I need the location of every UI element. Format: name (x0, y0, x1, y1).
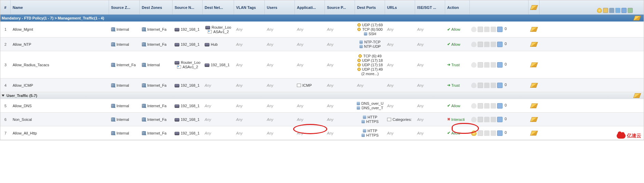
dstport-value: SSH (369, 32, 376, 36)
action-trust: Trust (447, 83, 460, 87)
folder-icon[interactable] (615, 8, 620, 13)
dstzone-value: Internet_Fa (147, 131, 166, 135)
zone-icon (111, 104, 115, 108)
shield-icon[interactable] (597, 8, 602, 13)
table-row[interactable]: 3 Allow_Radius_Tacacs Internet_Fa Intern… (0, 51, 644, 79)
header-app[interactable]: Applicati... (295, 0, 325, 14)
intrusion-icon[interactable] (471, 27, 477, 32)
zone-icon (111, 63, 115, 67)
srczone-value: Internal (117, 104, 129, 108)
table-row[interactable]: 6 Non_Soical Internal Internet_Fa 192_16… (0, 113, 644, 126)
header-dstzone[interactable]: Dest Zones (140, 0, 173, 14)
files-icon[interactable] (478, 42, 483, 47)
header-urls[interactable]: URLs (385, 0, 415, 14)
safesearch-icon[interactable] (484, 117, 490, 122)
log-icon[interactable] (621, 8, 627, 13)
dstport-value: NTP-TCP (364, 40, 381, 44)
table-row[interactable]: 7 Allow_All_Http Internal Internet_Fa 19… (0, 126, 644, 140)
header-vlan[interactable]: VLAN Tags (234, 0, 265, 14)
any-value: Any (267, 83, 273, 87)
table-row[interactable]: 1 Allow_Mgmt Internal Internet_Fa 192_16… (0, 22, 644, 38)
safesearch-icon[interactable] (484, 83, 490, 88)
comment-icon[interactable] (628, 8, 633, 13)
header-srcnet[interactable]: Source N... (173, 0, 203, 14)
zone-icon (142, 27, 146, 31)
log-icon[interactable] (497, 83, 503, 88)
user-icon[interactable] (609, 8, 614, 13)
files-icon[interactable] (478, 62, 483, 68)
safesearch-icon[interactable] (484, 27, 490, 32)
edit-rule-button[interactable] (529, 79, 539, 92)
table-row[interactable]: 5 Allow_DNS Internal Internet_Fa 192_168… (0, 99, 644, 113)
identity-icon[interactable] (491, 42, 496, 47)
section-user-traffic[interactable]: User_Traffic (5-7) (0, 92, 644, 99)
log-icon[interactable] (497, 27, 503, 32)
files-icon[interactable] (603, 8, 608, 13)
any-value: Any (417, 117, 424, 122)
any-value: Any (297, 42, 303, 46)
edit-rule-button[interactable] (529, 113, 539, 126)
identity-icon[interactable] (491, 130, 496, 136)
edit-rule-button[interactable] (529, 99, 539, 112)
files-icon[interactable] (478, 103, 483, 109)
header-srczone[interactable]: Source Z... (109, 0, 140, 14)
identity-icon[interactable] (491, 117, 496, 122)
safesearch-icon[interactable] (484, 42, 490, 47)
table-row[interactable]: 2 Allow_NTP Internal Internet_Fa 192_168… (0, 38, 644, 51)
port-icon (359, 45, 363, 48)
files-icon[interactable] (478, 27, 483, 32)
pencil-icon[interactable] (633, 16, 641, 20)
intrusion-icon[interactable] (471, 130, 477, 136)
header-ise[interactable]: ISE/SGT ... (415, 0, 445, 14)
intrusion-icon[interactable] (471, 103, 477, 109)
log-icon[interactable] (497, 130, 503, 136)
intrusion-icon[interactable] (471, 83, 477, 88)
safesearch-icon[interactable] (484, 103, 490, 109)
port-icon (357, 68, 361, 71)
header-name[interactable]: Name (11, 0, 109, 14)
safesearch-icon[interactable] (484, 130, 490, 136)
intrusion-icon[interactable] (471, 117, 477, 122)
files-icon[interactable] (478, 117, 483, 122)
action-allow: Allow (447, 103, 460, 108)
header-dstnet[interactable]: Dest Net... (203, 0, 234, 14)
log-icon[interactable] (497, 42, 503, 47)
safesearch-icon[interactable] (484, 62, 490, 68)
edit-rule-button[interactable] (529, 22, 539, 37)
pencil-icon (530, 83, 538, 88)
edit-rule-button[interactable] (529, 51, 539, 78)
header-dstport[interactable]: Dest Ports (355, 0, 385, 14)
section-mandatory[interactable]: Mandatory - FTD Policy(1 - 7) > Manageme… (0, 15, 644, 22)
object-icon (177, 65, 181, 69)
identity-icon[interactable] (491, 103, 496, 109)
header-num[interactable]: # (0, 0, 11, 14)
log-icon[interactable] (497, 62, 503, 68)
host-icon (205, 64, 209, 67)
files-icon[interactable] (478, 130, 483, 136)
pencil-icon[interactable] (633, 93, 641, 98)
table-row[interactable]: 4 Allow_ICMP Internal Internet_Fa 192_16… (0, 79, 644, 92)
header-users[interactable]: Users (265, 0, 295, 14)
intrusion-icon[interactable] (471, 42, 477, 47)
port-icon (357, 59, 361, 62)
zone-icon (111, 117, 115, 122)
more-link[interactable]: (2 more...) (361, 72, 379, 76)
files-icon[interactable] (478, 83, 483, 88)
header-edit[interactable] (529, 0, 539, 14)
port-icon (359, 40, 363, 44)
identity-icon[interactable] (491, 62, 496, 68)
any-value: Any (387, 83, 394, 87)
log-icon[interactable] (497, 103, 503, 109)
chevron-down-icon (2, 95, 4, 97)
edit-rule-button[interactable] (529, 38, 539, 51)
edit-rule-button[interactable] (529, 126, 539, 140)
header-srcport[interactable]: Source P... (325, 0, 355, 14)
log-icon[interactable] (497, 117, 503, 122)
rule-name: Allow_DNS (11, 99, 109, 112)
identity-icon[interactable] (491, 27, 496, 32)
intrusion-icon[interactable] (471, 62, 477, 68)
header-action[interactable]: Action (445, 0, 470, 14)
rule-name: Non_Soical (11, 113, 109, 126)
zone-icon (111, 131, 115, 135)
identity-icon[interactable] (491, 83, 496, 88)
